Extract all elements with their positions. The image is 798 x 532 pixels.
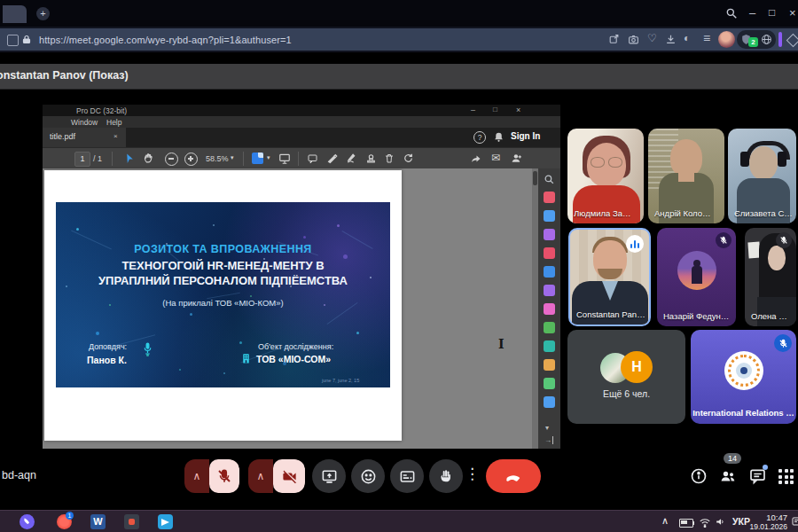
participant-tile-andrii[interactable]: Андрій Коло… xyxy=(648,129,724,223)
captions-button[interactable] xyxy=(390,459,424,493)
email-icon[interactable]: ✉ xyxy=(491,152,500,164)
pdf-scrollbar[interactable] xyxy=(532,168,538,449)
notification-center-icon[interactable] xyxy=(791,516,798,527)
tool-icon[interactable] xyxy=(544,340,555,352)
search-tool-icon[interactable] xyxy=(544,174,555,185)
camera-off-button[interactable] xyxy=(273,459,305,493)
present-screen-button[interactable] xyxy=(312,459,346,493)
sign-in-button[interactable]: Sign In xyxy=(511,131,540,141)
zoom-level-value[interactable]: 58.5% xyxy=(206,154,229,163)
tool-icon[interactable] xyxy=(544,359,555,371)
snapshot-icon[interactable] xyxy=(628,34,639,45)
reactions-button[interactable] xyxy=(351,459,385,493)
sidebar-extension-icon[interactable] xyxy=(778,32,782,47)
acrobat-minimize-button[interactable]: – xyxy=(471,106,475,114)
tool-icon[interactable] xyxy=(544,210,555,222)
tray-clock-time[interactable]: 10:47 xyxy=(755,512,787,522)
window-minimize-button[interactable]: – xyxy=(749,7,755,19)
profile-avatar[interactable] xyxy=(718,31,735,48)
refresh-icon[interactable] xyxy=(403,153,414,164)
battery-icon[interactable] xyxy=(679,519,693,528)
taskbar-telegram-icon[interactable] xyxy=(158,514,173,529)
share-page-icon[interactable] xyxy=(608,34,620,45)
zoom-out-button[interactable] xyxy=(165,153,178,166)
taskbar-app-icon[interactable] xyxy=(124,514,139,529)
participant-tile-olena[interactable]: Олена … xyxy=(745,228,796,326)
comment-icon[interactable] xyxy=(307,153,318,164)
tool-icon[interactable] xyxy=(544,266,555,278)
taskbar-word-icon[interactable]: W xyxy=(90,514,106,529)
window-close-button[interactable]: × xyxy=(789,7,796,19)
more-participants-tile[interactable]: H Ещё 6 чел. xyxy=(567,330,685,424)
highlighter-icon[interactable] xyxy=(326,153,338,164)
zoom-caret-icon[interactable]: ▾ xyxy=(231,154,234,161)
tab-close-icon[interactable]: × xyxy=(113,132,118,140)
select-tool-icon[interactable] xyxy=(124,153,136,165)
stamp-icon[interactable] xyxy=(365,153,377,164)
lock-icon[interactable] xyxy=(21,34,32,45)
mic-off-button[interactable] xyxy=(209,459,239,493)
tools-expand-caret-icon[interactable]: ▾ xyxy=(545,424,549,432)
end-call-button[interactable] xyxy=(486,459,541,493)
participant-tile-lyudmyla[interactable]: Людмила За… xyxy=(567,129,644,223)
tool-icon[interactable] xyxy=(544,247,555,259)
tool-icon[interactable] xyxy=(544,229,555,240)
reader-mode-icon[interactable]: ◐ xyxy=(684,33,690,43)
bell-icon[interactable] xyxy=(493,131,505,143)
trash-icon[interactable] xyxy=(384,153,395,164)
browser-tab[interactable] xyxy=(3,5,27,23)
hand-tool-icon[interactable] xyxy=(143,153,154,164)
participants-button[interactable]: 14 xyxy=(718,467,738,485)
search-icon[interactable] xyxy=(725,7,738,20)
add-user-icon[interactable] xyxy=(511,153,523,164)
tray-expand-chevron[interactable]: ∧ xyxy=(661,515,669,527)
acrobat-close-button[interactable]: × xyxy=(516,106,520,114)
tray-clock-date[interactable]: 19.01.2026 xyxy=(745,522,787,531)
page-fit-icon[interactable] xyxy=(252,153,263,164)
address-menu-icon[interactable]: ≡ xyxy=(703,32,710,44)
document-tab[interactable]: title.pdf × xyxy=(43,128,126,147)
mic-options-chevron[interactable]: ∧ xyxy=(184,459,209,493)
window-maximize-button[interactable]: □ xyxy=(769,7,775,18)
taskbar-viber-icon[interactable] xyxy=(20,514,35,529)
more-options-button[interactable]: ⋮ xyxy=(465,465,480,483)
participant-tile-international-relations[interactable]: International Relations … xyxy=(691,330,796,424)
participant-tile-yelyzaveta[interactable]: Єлизавета С… xyxy=(728,129,796,223)
tool-icon[interactable] xyxy=(544,303,555,315)
fit-caret-icon[interactable]: ▾ xyxy=(267,154,270,161)
url-text[interactable]: https://meet.google.com/wye-rybd-aqn?pli… xyxy=(39,35,292,45)
tool-icon[interactable] xyxy=(544,192,555,203)
sign-pen-icon[interactable] xyxy=(346,153,357,164)
sparkle-extension-icon[interactable] xyxy=(786,34,798,48)
page-number-input[interactable]: 1 xyxy=(74,152,90,167)
participant-tile-nazarii[interactable]: Назарій Федун… xyxy=(657,228,736,326)
menu-window[interactable]: Window xyxy=(71,118,98,127)
zoom-in-button[interactable] xyxy=(184,153,198,166)
speaker-icon[interactable] xyxy=(715,516,726,528)
scrollbar-thumb[interactable] xyxy=(533,171,537,185)
participant-tile-constantan-speaking[interactable]: Constantan Pan… xyxy=(568,228,651,326)
presentation-icon[interactable] xyxy=(278,153,291,165)
help-icon[interactable]: ? xyxy=(473,131,486,144)
tool-icon[interactable] xyxy=(544,285,555,296)
new-tab-button[interactable]: + xyxy=(36,7,50,20)
share-link-icon[interactable] xyxy=(470,153,482,164)
bookmark-heart-icon[interactable]: ♡ xyxy=(647,33,657,43)
download-icon[interactable] xyxy=(665,34,677,45)
address-bar[interactable]: https://meet.google.com/wye-rybd-aqn?pli… xyxy=(0,28,798,51)
extensions-group[interactable]: 2 xyxy=(737,30,776,49)
acrobat-restore-button[interactable]: □ xyxy=(493,106,497,113)
activities-button[interactable] xyxy=(778,469,794,484)
page-info-icon[interactable] xyxy=(7,35,19,46)
raise-hand-button[interactable] xyxy=(429,459,463,493)
menu-help[interactable]: Help xyxy=(106,118,121,127)
camera-options-chevron[interactable]: ∧ xyxy=(248,459,273,493)
collapse-pane-icon[interactable]: → xyxy=(544,436,553,444)
tool-icon[interactable] xyxy=(544,322,555,333)
taskbar-browser-icon[interactable]: 1 xyxy=(57,514,72,529)
tool-icon[interactable] xyxy=(544,378,555,389)
meeting-details-button[interactable] xyxy=(690,467,708,485)
wifi-icon[interactable] xyxy=(699,517,711,528)
chat-button[interactable] xyxy=(748,467,767,485)
tool-icon[interactable] xyxy=(544,396,555,408)
